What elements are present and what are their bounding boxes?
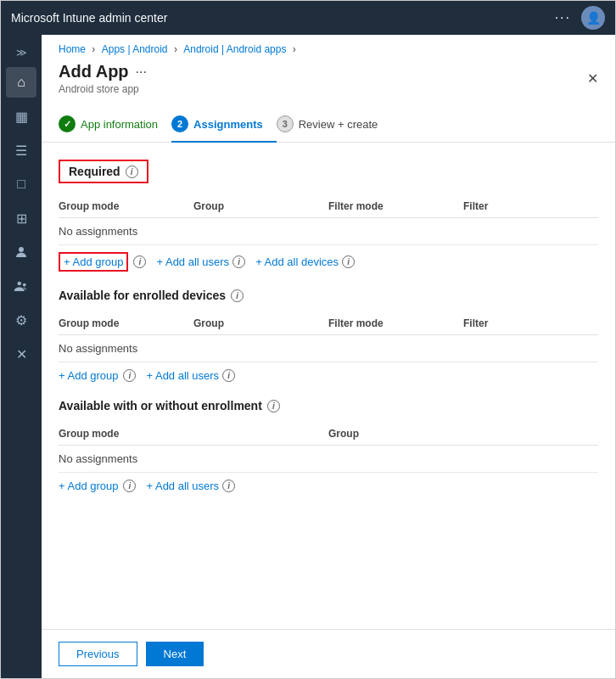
step-1-circle: ✓ xyxy=(59,115,76,132)
without-add-group-link[interactable]: + Add group xyxy=(59,480,118,492)
without-no-assignments-row: No assignments xyxy=(59,446,598,473)
sidebar-item-home[interactable]: ⌂ xyxy=(6,67,36,98)
svg-point-2 xyxy=(23,283,26,287)
required-col-filter-mode: Filter mode xyxy=(328,195,463,218)
enrolled-col-group-mode: Group mode xyxy=(59,312,193,335)
available-without-header: Available with or without enrollment i xyxy=(59,399,598,412)
enrolled-add-group-link[interactable]: + Add group xyxy=(59,369,118,382)
previous-button[interactable]: Previous xyxy=(59,642,137,666)
required-action-links: + Add group i + Add all users i + Add al… xyxy=(59,252,598,272)
enrolled-no-assignments-row: No assignments xyxy=(59,335,598,362)
app-window: Microsoft Intune admin center ··· 👤 ≫ ⌂ … xyxy=(0,0,616,679)
required-add-all-users-link[interactable]: + Add all users xyxy=(156,255,229,268)
available-without-info-icon[interactable]: i xyxy=(267,400,280,412)
page-header: Add App ··· Android store app ✕ xyxy=(42,59,615,105)
enrolled-no-assignments-text: No assignments xyxy=(59,335,598,362)
available-enrolled-section: Available for enrolled devices i Group m… xyxy=(59,289,598,382)
footer: Previous Next xyxy=(42,629,615,678)
available-enrolled-title: Available for enrolled devices xyxy=(59,289,226,302)
wizard-steps: ✓ App information 2 Assignments 3 Review… xyxy=(42,105,615,143)
required-add-group-info-icon[interactable]: i xyxy=(133,255,146,268)
tab-review-create[interactable]: 3 Review + create xyxy=(277,105,392,143)
sidebar-item-apps[interactable]: ⊞ xyxy=(6,203,36,233)
breadcrumb-home[interactable]: Home xyxy=(59,43,86,55)
page-header-left: Add App ··· Android store app xyxy=(59,62,147,95)
sidebar-item-list[interactable]: ☰ xyxy=(6,135,36,166)
sidebar-item-devices[interactable]: □ xyxy=(6,169,36,199)
required-section: Required i Group mode Group Filter mode … xyxy=(59,160,598,272)
svg-point-1 xyxy=(18,282,22,286)
step-1-label: App information xyxy=(81,118,158,131)
svg-point-0 xyxy=(19,247,24,252)
required-add-group-link[interactable]: + Add group xyxy=(60,254,126,270)
without-add-all-users-info-icon[interactable]: i xyxy=(222,480,235,492)
required-table: Group mode Group Filter mode Filter No a… xyxy=(59,195,598,245)
available-without-title: Available with or without enrollment xyxy=(59,399,262,412)
without-col-group-mode: Group mode xyxy=(59,423,328,446)
title-bar-right: ··· 👤 xyxy=(555,6,605,30)
breadcrumb-apps-android[interactable]: Apps | Android xyxy=(102,43,168,55)
required-no-assignments-text: No assignments xyxy=(59,218,598,245)
without-no-assignments-text: No assignments xyxy=(59,446,598,473)
scrollable-content: Required i Group mode Group Filter mode … xyxy=(42,143,615,629)
required-add-all-devices-info-icon[interactable]: i xyxy=(342,255,355,268)
without-add-all-users-link[interactable]: + Add all users xyxy=(146,480,219,492)
available-without-section: Available with or without enrollment i G… xyxy=(59,399,598,492)
step-2-circle: 2 xyxy=(171,115,188,132)
close-button[interactable]: ✕ xyxy=(587,70,598,87)
sidebar-item-dashboard[interactable]: ▦ xyxy=(6,101,36,132)
required-info-icon[interactable]: i xyxy=(126,166,138,178)
required-box: Required i xyxy=(59,160,148,183)
enrolled-col-filter: Filter xyxy=(463,312,598,335)
sidebar: ≫ ⌂ ▦ ☰ □ ⊞ ⚙ ✕ xyxy=(1,35,42,678)
tab-assignments[interactable]: 2 Assignments xyxy=(171,105,277,143)
breadcrumb-android-apps[interactable]: Android | Android apps xyxy=(183,43,286,55)
sidebar-item-users[interactable] xyxy=(6,237,36,267)
required-label: Required xyxy=(69,165,120,178)
title-bar: Microsoft Intune admin center ··· 👤 xyxy=(1,1,615,35)
sidebar-item-settings[interactable]: ⚙ xyxy=(6,305,36,335)
available-enrolled-table: Group mode Group Filter mode Filter No a… xyxy=(59,312,598,362)
available-without-table: Group mode Group No assignments xyxy=(59,423,598,473)
page-title: Add App xyxy=(59,62,129,81)
required-col-filter: Filter xyxy=(463,195,598,218)
enrolled-col-group: Group xyxy=(193,312,328,335)
step-3-label: Review + create xyxy=(299,118,378,131)
breadcrumb: Home › Apps | Android › Android | Androi… xyxy=(42,35,615,59)
step-2-label: Assignments xyxy=(193,118,263,131)
enrolled-add-all-users-info-icon[interactable]: i xyxy=(222,369,235,382)
enrolled-add-group-info-icon[interactable]: i xyxy=(123,369,136,382)
title-bar-dots[interactable]: ··· xyxy=(555,10,571,25)
required-add-all-users-info-icon[interactable]: i xyxy=(232,255,245,268)
page-subtitle: Android store app xyxy=(59,83,147,95)
sidebar-item-groups[interactable] xyxy=(6,271,36,301)
required-no-assignments-row: No assignments xyxy=(59,218,598,245)
required-col-group-mode: Group mode xyxy=(59,195,193,218)
without-col-group: Group xyxy=(328,423,598,446)
available-enrolled-info-icon[interactable]: i xyxy=(231,289,244,302)
main-layout: ≫ ⌂ ▦ ☰ □ ⊞ ⚙ ✕ Home › Apps | Android › xyxy=(1,35,615,678)
next-button[interactable]: Next xyxy=(146,642,204,666)
required-add-all-devices-link[interactable]: + Add all devices xyxy=(255,255,339,268)
enrolled-add-all-users-link[interactable]: + Add all users xyxy=(146,369,219,382)
tab-app-information[interactable]: ✓ App information xyxy=(59,105,171,143)
without-add-group-info-icon[interactable]: i xyxy=(123,480,136,492)
enrolled-col-filter-mode: Filter mode xyxy=(328,312,463,335)
content-area: Home › Apps | Android › Android | Androi… xyxy=(42,35,615,678)
required-add-group-box: + Add group xyxy=(59,252,128,272)
avatar[interactable]: 👤 xyxy=(581,6,605,30)
required-col-group: Group xyxy=(193,195,328,218)
enrolled-action-links: + Add group i + Add all users i xyxy=(59,369,598,382)
page-options-button[interactable]: ··· xyxy=(136,65,147,80)
sidebar-collapse-icon[interactable]: ≫ xyxy=(11,42,32,64)
available-enrolled-header: Available for enrolled devices i xyxy=(59,289,598,302)
without-action-links: + Add group i + Add all users i xyxy=(59,480,598,492)
sidebar-item-close[interactable]: ✕ xyxy=(6,339,36,369)
step-3-circle: 3 xyxy=(277,115,294,132)
title-bar-title: Microsoft Intune admin center xyxy=(11,11,167,25)
title-bar-left: Microsoft Intune admin center xyxy=(11,11,167,25)
